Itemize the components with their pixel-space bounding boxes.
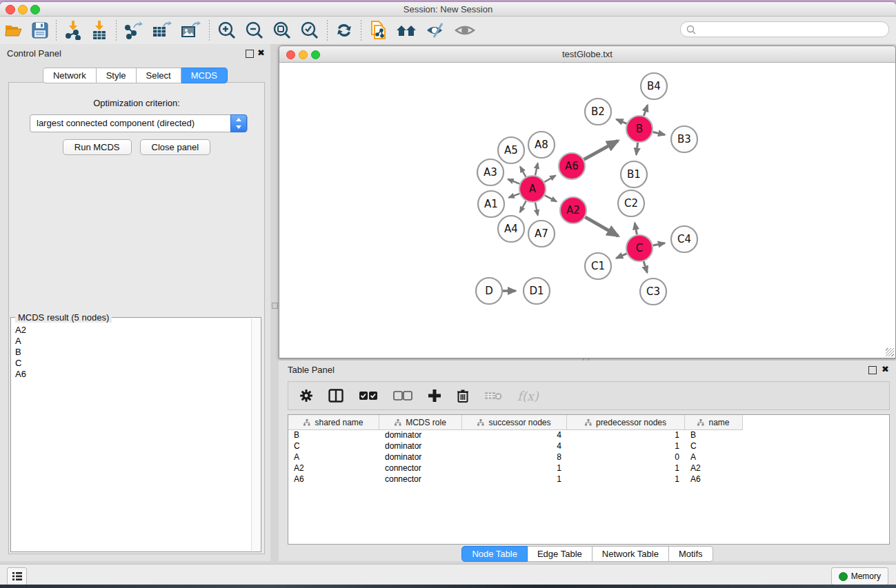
result-list-scrollbar[interactable] (251, 318, 261, 551)
apply-layout-icon[interactable] (331, 19, 357, 41)
export-network-icon[interactable] (120, 19, 148, 41)
export-table-icon[interactable] (148, 19, 177, 41)
column-header-successor-nodes[interactable]: successor nodes (462, 415, 567, 429)
edge-A-A7[interactable] (535, 203, 538, 216)
tab-network-table[interactable]: Network Table (593, 546, 669, 562)
task-history-button[interactable] (7, 567, 27, 585)
import-table-icon[interactable] (86, 19, 112, 41)
graph-node-A2[interactable]: A2 (560, 197, 586, 223)
edge-B-B4[interactable] (644, 105, 647, 116)
table-cell[interactable]: A (685, 452, 743, 462)
mcds-result-item[interactable]: A2 (15, 325, 251, 336)
hide-graphics-details-icon[interactable] (421, 19, 450, 41)
mcds-result-item[interactable]: A6 (15, 369, 251, 380)
edge-A-A8[interactable] (535, 163, 538, 176)
table-row[interactable]: A6connector11A6 (288, 474, 889, 485)
table-cell[interactable]: 1 (567, 474, 685, 484)
graph-node-C3[interactable]: C3 (640, 278, 666, 305)
save-session-icon[interactable] (28, 19, 52, 41)
table-cell[interactable]: dominator (379, 441, 462, 451)
column-header-name[interactable]: name (685, 415, 743, 429)
edge-C-C3[interactable] (644, 261, 647, 272)
mcds-result-item[interactable]: B (15, 347, 251, 358)
graph-node-C[interactable]: C (626, 235, 653, 261)
show-column-icon[interactable] (328, 389, 344, 403)
criterion-dropdown[interactable]: largest connected component (directed) (30, 114, 248, 132)
edge-B-B2[interactable] (617, 119, 627, 123)
import-network-icon[interactable] (60, 19, 86, 41)
graph-node-C1[interactable]: C1 (585, 253, 611, 279)
network-graph[interactable]: AA1A2A3A4A5A6A7A8BB1B2B3B4CC1C2C3C4DD1 (279, 63, 894, 357)
graph-node-A1[interactable]: A1 (478, 191, 504, 217)
graph-node-D[interactable]: D (476, 278, 502, 304)
tab-motifs[interactable]: Motifs (669, 546, 713, 562)
edge-A-A5[interactable] (520, 167, 526, 177)
graph-node-A5[interactable]: A5 (498, 137, 524, 163)
open-session-icon[interactable] (0, 19, 28, 41)
edge-A-A6[interactable] (544, 176, 555, 182)
table-cell[interactable]: 1 (567, 441, 685, 451)
graph-node-B1[interactable]: B1 (621, 161, 647, 187)
tab-network[interactable]: Network (43, 68, 97, 83)
tab-select[interactable]: Select (137, 68, 181, 83)
table-cell[interactable]: 1 (567, 430, 685, 440)
table-cell[interactable]: 8 (462, 452, 567, 462)
table-cell[interactable]: 1 (462, 463, 567, 473)
window-resize-grip[interactable] (886, 348, 894, 356)
network-window-titlebar[interactable]: testGlobe.txt (279, 46, 895, 63)
edge-A-A1[interactable] (509, 194, 520, 198)
table-cell[interactable]: 1 (567, 463, 685, 473)
table-cell[interactable]: connector (379, 463, 462, 473)
mcds-result-list[interactable]: A2ABCA6 (11, 321, 251, 551)
graph-node-A4[interactable]: A4 (498, 216, 524, 242)
memory-button[interactable]: Memory (831, 567, 888, 585)
vertical-divider-handle[interactable] (272, 303, 278, 309)
table-options-gear-icon[interactable] (299, 389, 313, 403)
mcds-result-item[interactable]: C (15, 358, 251, 369)
run-mcds-button[interactable]: Run MCDS (63, 139, 132, 155)
zoom-selected-icon[interactable] (296, 19, 323, 41)
column-header-shared-name[interactable]: shared name (288, 415, 379, 429)
first-neighbors-icon[interactable] (391, 19, 421, 41)
graph-node-C2[interactable]: C2 (618, 190, 644, 216)
table-cell[interactable]: A6 (685, 474, 743, 484)
table-cell[interactable]: A (288, 452, 379, 462)
tab-mcds[interactable]: MCDS (181, 68, 228, 83)
edge-C-C1[interactable] (617, 254, 627, 258)
column-header-predecessor-nodes[interactable]: predecessor nodes (567, 415, 685, 429)
mcds-result-item[interactable]: A (15, 336, 251, 347)
tab-style[interactable]: Style (97, 68, 137, 83)
edge-C-C2[interactable] (635, 223, 637, 234)
table-cell[interactable]: C (685, 441, 743, 451)
new-network-from-selection-icon[interactable] (365, 19, 391, 41)
table-cell[interactable]: 4 (462, 430, 567, 440)
tab-edge-table[interactable]: Edge Table (528, 546, 593, 562)
table-cell[interactable]: B (685, 430, 743, 440)
float-panel-button[interactable] (246, 50, 254, 58)
select-all-columns-icon[interactable] (359, 391, 378, 401)
close-panel-button-inner[interactable]: Close panel (140, 139, 211, 155)
table-cell[interactable]: 1 (462, 474, 567, 484)
zoom-in-icon[interactable] (213, 19, 241, 41)
zoom-fit-icon[interactable] (268, 19, 296, 41)
delete-column-icon[interactable] (457, 389, 469, 403)
table-cell[interactable]: 0 (567, 452, 685, 462)
graph-node-B[interactable]: B (626, 116, 653, 142)
graph-node-A6[interactable]: A6 (559, 153, 585, 179)
graph-node-B4[interactable]: B4 (641, 73, 667, 99)
close-panel-button[interactable]: ✖ (257, 48, 265, 58)
table-cell[interactable]: A2 (288, 463, 379, 473)
table-cell[interactable]: connector (379, 474, 462, 484)
add-column-icon[interactable] (428, 389, 441, 403)
graph-node-A3[interactable]: A3 (477, 159, 504, 185)
table-cell[interactable]: dominator (379, 452, 462, 462)
edge-A2-C[interactable] (585, 217, 618, 236)
table-cell[interactable]: A6 (288, 474, 379, 484)
graph-node-A[interactable]: A (519, 176, 546, 202)
graph-node-A7[interactable]: A7 (528, 221, 555, 247)
graph-node-A8[interactable]: A8 (528, 132, 555, 158)
edge-A-A2[interactable] (545, 195, 557, 201)
show-graphics-details-icon[interactable] (450, 19, 479, 41)
tab-node-table[interactable]: Node Table (461, 546, 528, 562)
table-row[interactable]: Bdominator41B (288, 429, 889, 440)
